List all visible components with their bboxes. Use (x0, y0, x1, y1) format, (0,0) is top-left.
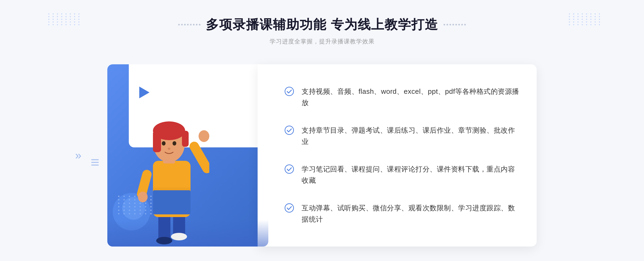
content-area: » (107, 59, 537, 252)
svg-point-2 (156, 237, 172, 244)
feature-text-4: 互动弹幕、试听购买、微信分享、观看次数限制、学习进度跟踪、数据统计 (302, 203, 521, 225)
svg-point-3 (171, 233, 187, 240)
feature-item-4: 互动弹幕、试听购买、微信分享、观看次数限制、学习进度跟踪、数据统计 (284, 203, 521, 225)
check-icon-2 (284, 125, 294, 135)
dot-grid-top-right (569, 13, 596, 35)
left-lines-deco (91, 159, 99, 166)
svg-point-15 (173, 141, 176, 146)
svg-rect-12 (153, 131, 161, 152)
subtitle-text: 学习进度全掌握，提升录播课教学效果 (178, 38, 466, 46)
check-icon-1 (284, 87, 294, 96)
feature-text-1: 支持视频、音频、flash、word、excel、ppt、pdf等各种格式的资源… (302, 86, 521, 108)
svg-point-8 (138, 192, 148, 202)
features-panel: 支持视频、音频、flash、word、excel、ppt、pdf等各种格式的资源… (258, 64, 537, 247)
svg-rect-18 (153, 190, 191, 214)
svg-point-16 (168, 148, 170, 150)
main-title: 多项录播课辅助功能 专为线上教学打造 (178, 16, 466, 33)
svg-rect-5 (188, 140, 209, 175)
svg-point-21 (285, 165, 294, 173)
title-deco-right (444, 24, 466, 25)
header-section: 多项录播课辅助功能 专为线上教学打造 学习进度全掌握，提升录播课教学效果 (178, 16, 466, 46)
svg-point-7 (199, 130, 209, 142)
svg-rect-13 (182, 131, 189, 147)
page-wrapper: 多项录播课辅助功能 专为线上教学打造 学习进度全掌握，提升录播课教学效果 » (0, 0, 644, 261)
svg-rect-1 (173, 214, 185, 236)
sparkle-1 (166, 73, 169, 76)
feature-item-1: 支持视频、音频、flash、word、excel、ppt、pdf等各种格式的资源… (284, 86, 521, 108)
check-icon-3 (284, 164, 294, 174)
dot-grid-top-left (48, 13, 75, 35)
left-chevron-icon: » (75, 149, 81, 162)
feature-text-2: 支持章节目录、弹题考试、课后练习、课后作业、章节测验、批改作业 (302, 125, 521, 147)
svg-point-22 (285, 204, 294, 212)
title-text: 多项录播课辅助功能 专为线上教学打造 (206, 16, 438, 33)
svg-point-14 (162, 141, 166, 146)
svg-point-20 (285, 126, 294, 135)
feature-item-2: 支持章节目录、弹题考试、课后练习、课后作业、章节测验、批改作业 (284, 125, 521, 147)
check-icon-4 (284, 203, 294, 213)
character-illustration (123, 91, 209, 247)
illustration-panel (107, 64, 268, 247)
svg-point-19 (285, 87, 294, 96)
feature-text-3: 学习笔记回看、课程提问、课程评论打分、课件资料下载，重点内容收藏 (302, 164, 521, 186)
sparkle-2 (174, 69, 176, 71)
title-deco-left (178, 24, 200, 25)
feature-item-3: 学习笔记回看、课程提问、课程评论打分、课件资料下载，重点内容收藏 (284, 164, 521, 186)
